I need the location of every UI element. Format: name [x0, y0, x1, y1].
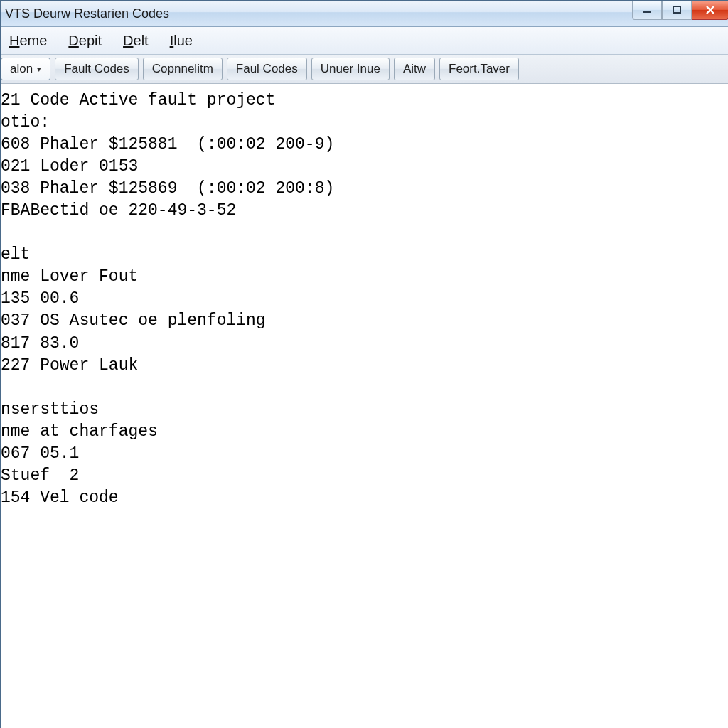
menu-item-depit[interactable]: Depit: [65, 31, 105, 50]
tab-fault-codes[interactable]: Fault Codes: [55, 58, 139, 80]
close-icon: [705, 5, 715, 15]
window-controls: [632, 1, 728, 19]
tab-unuer-inue[interactable]: Unuer Inue: [311, 58, 390, 80]
window-title: VTS Deurw Restarien Codes: [1, 6, 169, 21]
tab-copnnelitm[interactable]: Copnnelitm: [143, 58, 223, 80]
tab-strip: alon▾Fault CodesCopnnelitmFaul CodesUnue…: [1, 55, 728, 84]
app-window: VTS Deurw Restarien Codes HemeDepitDeltI…: [0, 0, 728, 728]
tab-label: Fault Codes: [64, 62, 129, 76]
tab-label: Aitw: [403, 62, 426, 76]
content-area: 21 Code Active fault project otio: 608 P…: [1, 84, 728, 728]
tab-alon[interactable]: alon▾: [1, 58, 50, 80]
svg-rect-0: [643, 11, 651, 13]
tab-feort-taver[interactable]: Feort.Taver: [439, 58, 519, 80]
maximize-button[interactable]: [662, 1, 692, 20]
tab-label: Faul Codes: [236, 62, 298, 76]
menu-item-delt[interactable]: Delt: [120, 31, 151, 50]
tab-label: alon: [10, 62, 33, 76]
close-button[interactable]: [692, 1, 728, 20]
tab-faul-codes[interactable]: Faul Codes: [227, 58, 307, 80]
tab-label: Copnnelitm: [152, 62, 213, 76]
svg-rect-1: [673, 6, 680, 13]
chevron-down-icon: ▾: [37, 65, 41, 74]
tab-aitw[interactable]: Aitw: [394, 58, 435, 80]
menu-item-heme[interactable]: Heme: [6, 31, 50, 50]
minimize-icon: [643, 6, 651, 14]
minimize-button[interactable]: [632, 1, 662, 20]
title-bar: VTS Deurw Restarien Codes: [1, 1, 728, 27]
menu-bar: HemeDepitDeltIlue: [1, 27, 728, 55]
maximize-icon: [673, 6, 681, 14]
tab-label: Unuer Inue: [321, 62, 380, 76]
tab-label: Feort.Taver: [449, 62, 510, 76]
menu-item-ilue[interactable]: Ilue: [167, 31, 196, 50]
